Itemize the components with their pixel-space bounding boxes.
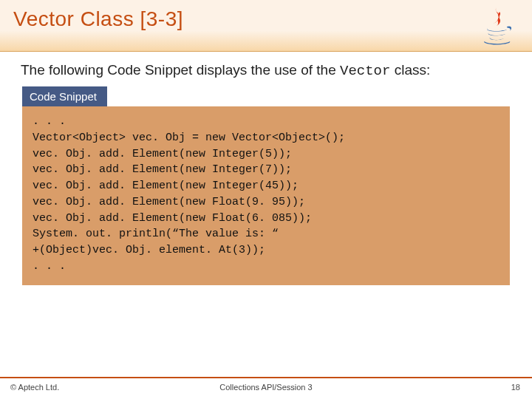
code-block: . . . Vector<Object> vec. Obj = new Vect… [22, 106, 510, 285]
java-logo-icon [474, 3, 519, 47]
intro-classname: Vector [340, 63, 390, 79]
page-title: Vector Class [3-3] [13, 7, 532, 31]
intro-text: The following Code Snippet displays the … [0, 52, 532, 86]
slide-footer: © Aptech Ltd. Collections API/Session 3 … [0, 377, 532, 399]
intro-suffix: class: [390, 62, 430, 78]
code-snippet-container: Code Snippet . . . Vector<Object> vec. O… [22, 86, 510, 285]
footer-page-number: 18 [511, 383, 520, 392]
intro-prefix: The following Code Snippet displays the … [21, 62, 340, 78]
slide-header: Vector Class [3-3] [0, 0, 532, 52]
footer-session: Collections API/Session 3 [0, 383, 532, 392]
snippet-tab-label: Code Snippet [22, 86, 107, 106]
